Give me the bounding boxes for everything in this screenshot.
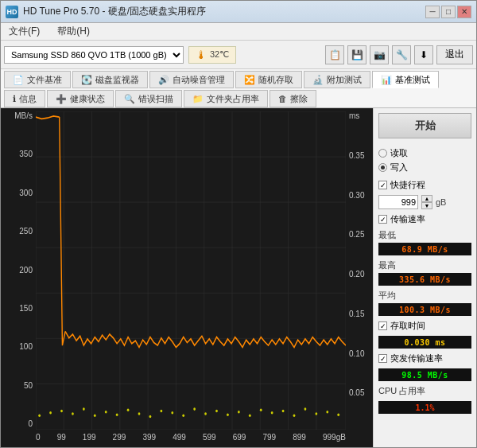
exit-button[interactable]: 退出 — [436, 45, 473, 64]
main-area: MB/s 350 300 250 200 150 100 50 0 — [1, 108, 476, 447]
cpu-label: CPU 占用率 — [378, 385, 471, 397]
svg-point-30 — [149, 415, 152, 419]
y-axis-right: ms 0.35 0.30 0.25 0.20 0.15 0.10 0.05 — [346, 111, 370, 428]
error-scan-label: 错误扫描 — [138, 93, 173, 105]
tab-baseline[interactable]: 📊 基准测试 — [372, 71, 439, 88]
y-left-300: 300 — [19, 189, 33, 197]
write-radio[interactable]: 写入 — [378, 162, 471, 173]
tab-auto-noise[interactable]: 🔊 自动噪音管理 — [149, 71, 234, 88]
max-stat: 最高 335.6 MB/s — [378, 259, 471, 286]
tab-benchmark[interactable]: 📄 文件基准 — [4, 71, 71, 88]
x-199: 199 — [83, 433, 96, 442]
x-99: 99 — [57, 433, 66, 442]
svg-point-45 — [315, 412, 317, 415]
window-title: HD Tune Pro 5.70 - 硬盘/固态硬盘实用程序 — [23, 5, 206, 18]
svg-point-27 — [116, 413, 118, 416]
maximize-button[interactable]: □ — [441, 6, 456, 18]
transfer-rate-checkbox[interactable]: ✓ 传输速率 — [378, 213, 471, 225]
y-left-250: 250 — [19, 227, 33, 236]
svg-point-23 — [72, 412, 74, 415]
menu-file[interactable]: 文件(F) — [4, 23, 45, 40]
quick-checkbox-box: ✓ — [378, 181, 387, 189]
icon-btn-1[interactable]: 📋 — [325, 45, 344, 64]
tab-random-access[interactable]: 🔀 随机存取 — [235, 71, 302, 88]
disk-monitor-icon: 💽 — [81, 75, 92, 85]
tab-file-usage[interactable]: 📁 文件夹占用率 — [184, 90, 268, 107]
chart-svg — [36, 111, 346, 430]
y-left-unit: MB/s — [14, 111, 33, 120]
chart-svg-wrapper — [36, 111, 346, 430]
tab-disk-monitor[interactable]: 💽 磁盘监视器 — [72, 71, 148, 88]
read-label: 读取 — [390, 147, 408, 159]
svg-point-43 — [293, 415, 296, 418]
avg-label: 平均 — [378, 290, 471, 302]
spinner-up[interactable]: ▲ — [421, 195, 432, 202]
icon-btn-5[interactable]: ⬇ — [414, 45, 433, 64]
y-left-350: 350 — [19, 150, 33, 158]
svg-point-44 — [304, 407, 307, 411]
x-0: 0 — [36, 433, 41, 442]
title-bar-left: HD HD Tune Pro 5.70 - 硬盘/固态硬盘实用程序 — [6, 5, 206, 18]
x-499: 499 — [173, 433, 186, 442]
menu-help[interactable]: 帮助(H) — [52, 23, 95, 40]
min-value: 68.9 MB/s — [378, 243, 471, 255]
app-icon: HD — [6, 6, 18, 18]
svg-point-34 — [193, 407, 196, 411]
info-icon: ℹ — [13, 94, 16, 104]
y-right-030: 0.30 — [349, 191, 364, 200]
y-left-150: 150 — [19, 304, 33, 313]
erase-label: 擦除 — [290, 93, 308, 105]
baseline-label: 基准测试 — [395, 74, 430, 86]
svg-point-37 — [227, 413, 229, 416]
quick-checkbox[interactable]: ✓ 快捷行程 — [378, 179, 471, 191]
svg-point-40 — [260, 409, 262, 412]
error-scan-icon: 🔍 — [124, 94, 135, 104]
icon-btn-3[interactable]: 📷 — [370, 45, 389, 64]
svg-point-46 — [326, 411, 328, 414]
read-radio-circle — [378, 149, 387, 158]
tab-info[interactable]: ℹ 信息 — [4, 90, 45, 107]
quick-value-input[interactable] — [378, 195, 418, 209]
spinner-down[interactable]: ▼ — [421, 202, 432, 209]
burst-value: 98.5 MB/s — [378, 368, 471, 381]
quick-unit: gB — [436, 197, 446, 207]
icon-btn-4[interactable]: 🔧 — [392, 45, 411, 64]
quick-label: 快捷行程 — [390, 179, 425, 191]
right-panel: 开始 读取 写入 ✓ 快捷行程 ▲ ▼ — [373, 108, 476, 447]
tab-error-scan[interactable]: 🔍 错误扫描 — [115, 90, 182, 107]
start-button[interactable]: 开始 — [378, 113, 471, 138]
y-left-200: 200 — [19, 266, 33, 275]
svg-point-38 — [238, 411, 240, 414]
svg-point-39 — [249, 415, 251, 418]
close-button[interactable]: ✕ — [457, 6, 471, 18]
burst-checkbox[interactable]: ✓ 突发传输速率 — [378, 353, 471, 364]
max-value: 335.6 MB/s — [378, 273, 471, 286]
additional-label: 附加测试 — [327, 74, 362, 86]
tab-additional[interactable]: 🔬 附加测试 — [304, 71, 370, 88]
tab-health[interactable]: ➕ 健康状态 — [47, 90, 114, 107]
drive-select[interactable]: Samsung SSD 860 QVO 1TB (1000 gB) — [4, 46, 184, 64]
access-time-label: 存取时间 — [390, 320, 425, 332]
benchmark-icon: 📄 — [13, 75, 24, 85]
auto-noise-label: 自动噪音管理 — [173, 74, 225, 86]
access-time-checkbox[interactable]: ✓ 存取时间 — [378, 320, 471, 332]
read-radio[interactable]: 读取 — [378, 147, 471, 159]
icon-btn-2[interactable]: 💾 — [347, 45, 366, 64]
write-radio-circle — [378, 163, 387, 172]
auto-noise-icon: 🔊 — [158, 75, 169, 85]
read-write-group: 读取 写入 — [378, 147, 471, 173]
svg-point-33 — [182, 415, 184, 418]
tab-erase[interactable]: 🗑 擦除 — [270, 90, 316, 107]
svg-point-21 — [49, 411, 52, 415]
svg-point-25 — [94, 415, 96, 418]
x-399: 399 — [142, 433, 156, 442]
x-599: 599 — [203, 433, 216, 442]
chart-area: MB/s 350 300 250 200 150 100 50 0 — [1, 108, 373, 447]
burst-label: 突发传输速率 — [390, 353, 443, 364]
temperature-badge: 🌡 32℃ — [188, 46, 236, 64]
burst-checkbox-box: ✓ — [378, 354, 387, 363]
x-899: 899 — [293, 433, 306, 442]
minimize-button[interactable]: ─ — [425, 6, 440, 18]
thermometer-icon: 🌡 — [196, 49, 207, 61]
svg-point-36 — [215, 410, 218, 413]
